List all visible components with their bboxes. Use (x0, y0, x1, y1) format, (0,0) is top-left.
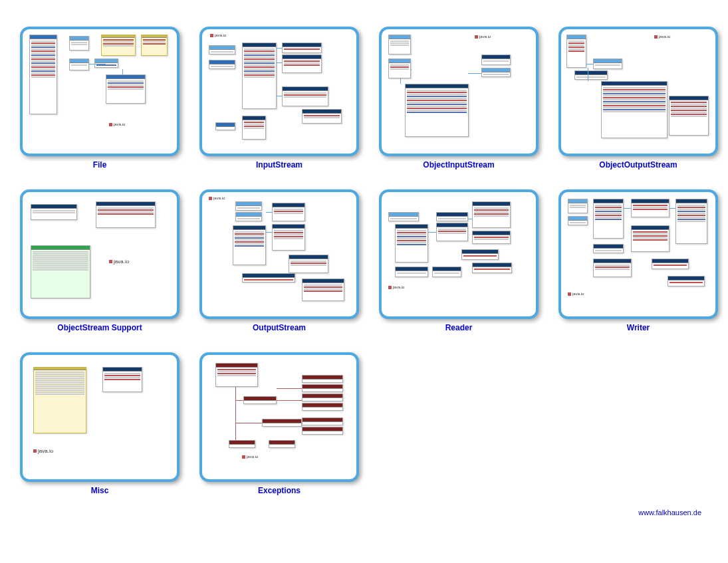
caption-inputstream[interactable]: InputStream (256, 160, 303, 169)
package-label: java.io (242, 455, 258, 459)
thumb-objectinputstream[interactable]: java.io (379, 27, 539, 156)
footer-link[interactable]: www.falkhausen.de (20, 508, 708, 516)
caption-outputstream[interactable]: OutputStream (253, 323, 306, 332)
cell-reader: java.io Reader (379, 189, 539, 332)
thumb-misc[interactable]: java.io (20, 352, 180, 482)
cell-objectstreamsupport: java.io ObjectStream Support (20, 189, 180, 332)
thumb-outputstream[interactable]: java.io (199, 189, 359, 319)
package-label: java.io (33, 448, 53, 454)
cell-objectinputstream: java.io ObjectInputStream (379, 27, 539, 169)
cell-file: java.io File (20, 27, 180, 169)
thumb-file[interactable]: java.io (20, 27, 180, 156)
thumb-objectoutputstream[interactable]: java.io (558, 27, 718, 156)
caption-objectstreamsupport[interactable]: ObjectStream Support (57, 323, 142, 332)
caption-reader[interactable]: Reader (445, 323, 473, 332)
cell-exceptions: java.io Exceptions (199, 352, 359, 495)
cell-outputstream: java.io OutputStream (199, 189, 359, 332)
cell-objectoutputstream: java.io ObjectOutputStream (558, 27, 718, 169)
package-label: java.io (210, 33, 226, 37)
package-label: java.io (388, 285, 404, 289)
package-label: java.io (475, 35, 491, 39)
package-label: java.io (109, 259, 129, 265)
cell-inputstream: java.io InputStream (199, 27, 359, 169)
caption-file[interactable]: File (93, 160, 107, 169)
cell-writer: java.io Writer (558, 189, 718, 332)
package-label: java.io (209, 196, 225, 200)
package-label: java.io (109, 122, 125, 126)
caption-misc[interactable]: Misc (91, 486, 109, 495)
package-label: java.io (568, 292, 584, 296)
thumb-reader[interactable]: java.io (379, 189, 539, 319)
thumb-writer[interactable]: java.io (558, 189, 718, 319)
cell-misc: java.io Misc (20, 352, 180, 495)
caption-objectinputstream[interactable]: ObjectInputStream (423, 160, 494, 169)
thumb-objectstreamsupport[interactable]: java.io (20, 189, 180, 319)
package-label: java.io (654, 35, 670, 39)
thumb-exceptions[interactable]: java.io (199, 352, 359, 482)
caption-exceptions[interactable]: Exceptions (258, 486, 301, 495)
thumb-inputstream[interactable]: java.io (199, 27, 359, 156)
thumbnail-grid: java.io File java.io InputStream java.io (20, 27, 708, 495)
caption-objectoutputstream[interactable]: ObjectOutputStream (599, 160, 677, 169)
caption-writer[interactable]: Writer (627, 323, 650, 332)
